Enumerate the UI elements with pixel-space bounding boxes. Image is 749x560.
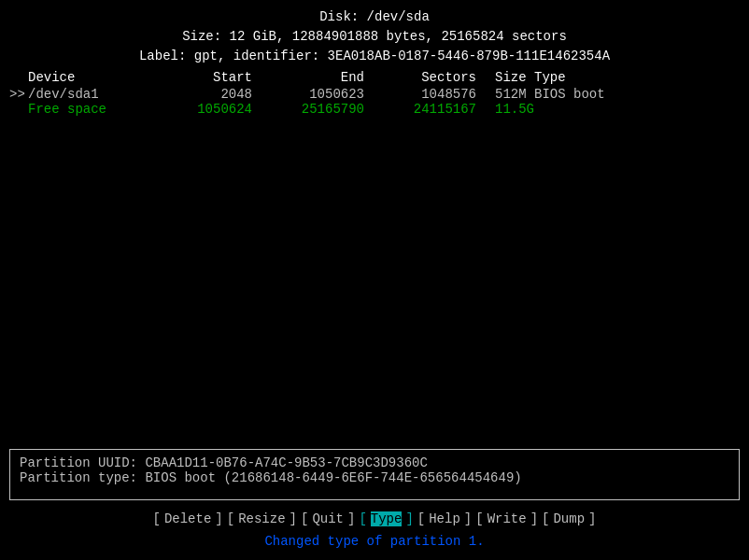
partition-sectors: 1048576 xyxy=(383,87,495,102)
free-space-row: Free space 1050624 25165790 24115167 11.… xyxy=(9,102,740,117)
partition-size-type: 512M BIOS boot xyxy=(495,87,740,102)
resize-button[interactable]: Resize xyxy=(238,511,285,526)
partition-table: Device Start End Sectors Size Type >> /d… xyxy=(0,70,749,445)
quit-button[interactable]: Quit xyxy=(312,511,344,526)
free-space-start: 1050624 xyxy=(159,102,271,117)
partition-uuid: Partition UUID: CBAA1D11-0B76-A74C-9B53-… xyxy=(20,455,729,470)
free-space-label: Free space xyxy=(28,102,159,117)
col-header-size-type: Size Type xyxy=(495,70,740,85)
dump-button[interactable]: Dump xyxy=(553,511,585,526)
disk-header: Disk: /dev/sda Size: 12 GiB, 12884901888… xyxy=(0,7,749,66)
selected-indicator: >> xyxy=(9,87,28,102)
col-header-start: Start xyxy=(159,70,271,85)
partition-end: 1050623 xyxy=(271,87,383,102)
table-header-row: Device Start End Sectors Size Type xyxy=(9,70,740,85)
delete-button[interactable]: Delete xyxy=(164,511,211,526)
disk-title: Disk: /dev/sda xyxy=(0,7,749,27)
col-header-end: End xyxy=(271,70,383,85)
disk-label-info: Label: gpt, identifier: 3EA018AB-0187-54… xyxy=(0,47,749,66)
free-space-sectors: 24115167 xyxy=(383,102,495,117)
status-message: Changed type of partition 1. xyxy=(0,530,749,553)
free-space-end: 25165790 xyxy=(271,102,383,117)
partition-type: Partition type: BIOS boot (21686148-6449… xyxy=(20,470,729,485)
free-space-size: 11.5G xyxy=(495,102,740,117)
partition-info-box: Partition UUID: CBAA1D11-0B76-A74C-9B53-… xyxy=(9,449,740,500)
col-header-device: Device xyxy=(28,70,159,85)
table-row[interactable]: >> /dev/sda1 2048 1050623 1048576 512M B… xyxy=(9,87,740,102)
main-screen: Disk: /dev/sda Size: 12 GiB, 12884901888… xyxy=(0,0,749,560)
type-button[interactable]: Type xyxy=(371,511,403,526)
partition-start: 2048 xyxy=(159,87,271,102)
disk-size-info: Size: 12 GiB, 12884901888 bytes, 2516582… xyxy=(0,27,749,47)
col-header-sectors: Sectors xyxy=(383,70,495,85)
button-bar: [ Delete ] [ Resize ] [ Quit ] [ Type ] … xyxy=(0,504,749,530)
help-button[interactable]: Help xyxy=(429,511,460,526)
partition-device: /dev/sda1 xyxy=(28,87,159,102)
write-button[interactable]: Write xyxy=(488,511,527,526)
